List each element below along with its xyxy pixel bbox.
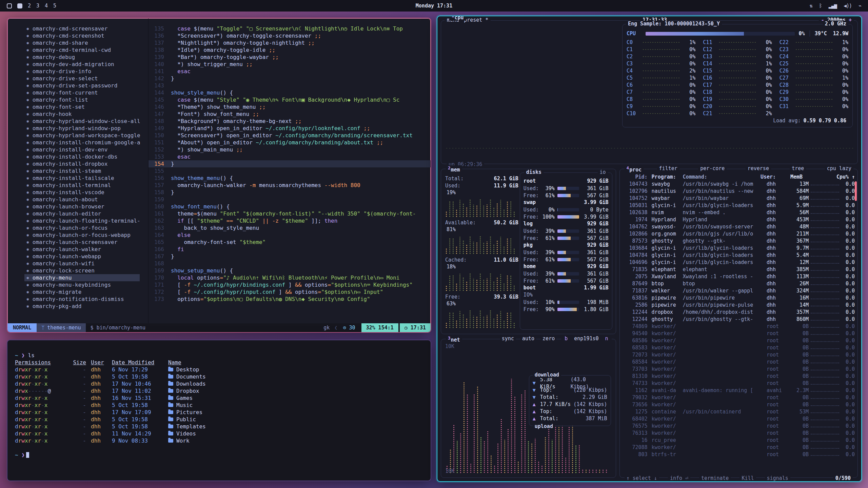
file-item[interactable]: ✱omarchy-debug — [24, 54, 148, 61]
workspace-button[interactable]: 3 — [36, 3, 39, 9]
file-item[interactable]: ✱omarchy-font-list — [24, 96, 148, 103]
process-row[interactable]: 1275 containe /usr/bin/containerd root 5… — [623, 408, 855, 415]
process-row[interactable]: 71835 elephant elephant dhh 385M 0.0 — [623, 266, 855, 273]
file-item[interactable]: ✱omarchy-launch-floating-terminal- — [24, 217, 148, 224]
file-item[interactable]: ✱omarchy-cmd-screensaver — [24, 25, 148, 32]
tree-toggle[interactable]: tree — [790, 165, 806, 171]
per-core-toggle[interactable]: per-core — [698, 165, 727, 171]
net-zero-button[interactable]: zero — [541, 336, 556, 342]
process-row[interactable]: 74869 kworker/ root 0B 0.0 — [623, 323, 855, 330]
file-item[interactable]: ✱omarchy-pkg-add — [24, 303, 148, 310]
process-row[interactable]: 12244 dropbox /home/dhh/.dropbox-dist dh… — [623, 309, 855, 316]
file-item[interactable]: ✱omarchy-launch-screensaver — [24, 239, 148, 246]
file-item[interactable]: ✱omarchy-cmd-share — [24, 39, 148, 46]
file-item[interactable]: ✱omarchy-notification-dismiss — [24, 296, 148, 303]
file-item[interactable]: ✱omarchy-install-dev-env — [24, 146, 148, 153]
process-row[interactable]: 94540 kworker/ root 0B 0.0 — [623, 330, 855, 337]
file-item[interactable]: ✱omarchy-menu — [24, 274, 140, 281]
file-item[interactable]: ✱omarchy-hyprland-window-pop — [24, 125, 148, 132]
sort-selector[interactable]: cpu lazy — [825, 165, 853, 171]
file-item[interactable]: ✱omarchy-hook — [24, 110, 148, 118]
file-item[interactable]: ✱omarchy-install-terminal — [24, 182, 148, 189]
workspace-1-indicator[interactable] — [17, 3, 22, 8]
reverse-toggle[interactable]: reverse — [746, 165, 771, 171]
process-row[interactable]: 102866 org.gnom /usr/bin/gjs /usr/lib/o … — [623, 230, 855, 238]
process-row[interactable]: 102638 nvim nvim --embed . dhh 56M 0.0 — [623, 209, 855, 216]
signals-hint[interactable]: signals — [765, 475, 790, 481]
file-item[interactable]: ✱omarchy-drive-info — [24, 68, 148, 75]
process-row[interactable]: 71837 walker /usr/bin/walker --gappl dhh… — [623, 287, 855, 294]
file-item[interactable]: ✱omarchy-lock-screen — [24, 267, 148, 274]
file-item[interactable]: ✱omarchy-install-vscode — [24, 189, 148, 196]
file-item[interactable]: ✱omarchy-cmd-terminal-cwd — [24, 46, 148, 54]
file-item[interactable]: ✱omarchy-migrate — [24, 288, 148, 296]
terminal-window[interactable]: ~ ❯ ls PermissionsSizeUserDate ModifiedN… — [7, 340, 431, 481]
process-row[interactable]: 87573 ghostty ghostty --gtk- dhh 367M 0.… — [623, 238, 855, 245]
file-item[interactable]: ✱omarchy-install-chromium-google-a — [24, 139, 148, 146]
process-row[interactable]: 104784 glycin-i /usr/lib/glycin-loaders … — [623, 252, 855, 259]
code-editor[interactable]: 135 case $(menu "Toggle" "▢ Screensaver\… — [149, 18, 431, 323]
process-row[interactable]: 2075 Xwayland Xwayland :1 -rootless - dh… — [623, 273, 855, 280]
process-row[interactable]: 104696 glycin-i /usr/lib/glycin-loaders … — [623, 259, 855, 266]
process-row[interactable]: 68583 kworker/ root 0B 0.0 — [623, 344, 855, 351]
network-icon[interactable]: ⇅ — [810, 3, 812, 9]
process-row[interactable]: 105031 glycin-i /usr/lib/glycin-loaders … — [623, 202, 855, 209]
net-interface[interactable]: b enp191s0 n — [561, 336, 611, 342]
process-row[interactable]: 803 btrfs-tr root 0B 0.0 — [623, 451, 855, 458]
process-row[interactable]: 104743 swaybg /usr/bin/swaybg -i /hom dh… — [623, 181, 855, 188]
process-row[interactable]: 2586 pipewire /usr/bin/pipewire-pulse dh… — [623, 302, 855, 309]
file-item[interactable]: ✱omarchy-launch-editor — [24, 210, 148, 217]
workspace-button[interactable]: 5 — [53, 3, 56, 9]
process-row[interactable]: 16 rcu_pree root 0B 0.0 — [623, 437, 855, 444]
process-row[interactable]: 104752 waybar /usr/bin/waybar dhh 69M 0.… — [623, 195, 855, 202]
process-row[interactable]: 73703 kworker/ root 0B 0.0 — [623, 366, 855, 373]
process-row[interactable]: 68584 kworker/ root 0B 0.0 — [623, 359, 855, 366]
process-row[interactable]: 63816 pipewire /usr/bin/pipewire dhh 16M… — [623, 294, 855, 302]
file-item[interactable]: ✱omarchy-launch-wifi — [24, 260, 148, 267]
interval-plus-button[interactable]: + — [849, 17, 852, 23]
file-item[interactable]: ✱omarchy-drive-select — [24, 75, 148, 82]
workspace-button[interactable]: 4 — [45, 3, 48, 9]
file-item[interactable]: ✱omarchy-hyprland-window-close-all — [24, 118, 148, 125]
sort-arrow-icon[interactable]: ↑ — [849, 173, 855, 181]
process-row[interactable]: 79032 kworker/ root 0B 0.0 — [623, 394, 855, 401]
process-row[interactable]: 103684 glycin-i /usr/lib/glycin-loaders … — [623, 245, 855, 252]
select-hint[interactable]: ↑ select ↓ — [625, 475, 659, 481]
process-row[interactable]: 76313 kworker/ root 0B 0.0 — [623, 430, 855, 437]
file-item[interactable]: ✱omarchy-font-current — [24, 89, 148, 96]
file-item[interactable]: ✱omarchy-launch-webapp — [24, 253, 148, 260]
file-item[interactable]: ✱omarchy-cmd-screenshot — [24, 32, 148, 39]
cpu-meter-icon[interactable]: ▂▄▆ — [829, 3, 837, 9]
process-row[interactable]: 1162 avahi-da avahi-daemon: running [ av… — [623, 387, 855, 394]
file-item[interactable]: ✱omarchy-launch-or-focus-webapp — [24, 231, 148, 239]
net-auto-button[interactable]: auto — [520, 336, 536, 342]
file-item[interactable]: ✱omarchy-install-tailscale — [24, 175, 148, 182]
file-item[interactable]: ✱omarchy-install-dropbox — [24, 160, 148, 167]
process-row[interactable]: 76575 kworker/ root 0B 0.0 — [623, 423, 855, 430]
file-item[interactable]: ✱omarchy-launch-or-focus — [24, 224, 148, 231]
process-row[interactable]: 12244 ghostty /usr/bin/ghostty --gtk- dh… — [623, 316, 855, 323]
net-sync-button[interactable]: sync — [500, 336, 516, 342]
process-row[interactable]: 73656 kworker/ root 0B 0.0 — [623, 401, 855, 408]
file-item[interactable]: ✱omarchy-launch-walker — [24, 246, 148, 253]
file-item[interactable]: ✱omarchy-install-docker-dbs — [24, 153, 148, 160]
process-row[interactable]: 102796 nautilus /usr/bin/nautilus --new … — [623, 188, 855, 195]
file-item[interactable]: ✱omarchy-font-set — [24, 103, 148, 110]
process-row[interactable]: 74733 kworker/ root 0B 0.0 — [623, 380, 855, 387]
info-hint[interactable]: info ⏎ — [668, 475, 690, 481]
file-item[interactable]: ✱omarchy-hyprland-workspace-toggle — [24, 132, 148, 139]
file-item[interactable]: ✱omarchy-menu-keybindings — [24, 281, 148, 288]
prompt-line[interactable]: ~ ❯ — [15, 451, 431, 459]
filter-button[interactable]: filter — [657, 165, 679, 171]
process-row[interactable]: 72073 kworker/ root 0B 0.0 — [623, 351, 855, 359]
file-item[interactable]: ✱omarchy-drive-set-password — [24, 82, 148, 89]
process-row[interactable]: 1974 Hyprland Hyprland dhh 453M 0.0 — [623, 216, 855, 223]
bluetooth-icon[interactable]: ᛒ — [819, 3, 822, 9]
file-item[interactable]: ✱omarchy-launch-browser — [24, 203, 148, 210]
process-row[interactable]: 68586 kworker/ root 0B 0.0 — [623, 337, 855, 344]
kill-hint[interactable]: Kill — [739, 475, 756, 481]
process-row[interactable]: 68402 kworker/ root 0B 0.0 — [623, 415, 855, 423]
file-item[interactable]: ✱omarchy-dev-add-migration — [24, 61, 148, 68]
disks-io-toggle[interactable]: io — [598, 169, 608, 175]
proc-scrollbar-thumb[interactable] — [855, 181, 857, 201]
